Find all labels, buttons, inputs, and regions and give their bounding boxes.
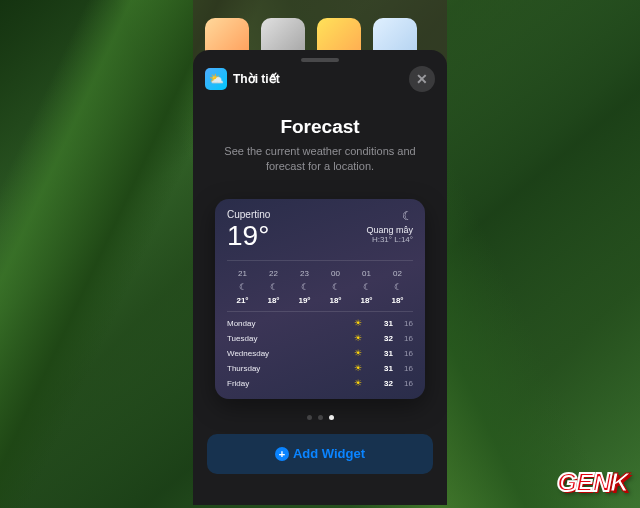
moon-icon: ☾ <box>289 282 320 292</box>
daily-low: 16 <box>393 334 413 343</box>
moon-icon: ☾ <box>258 282 289 292</box>
daily-low: 16 <box>393 319 413 328</box>
hourly-column: 21☾21° <box>227 269 258 305</box>
page-indicator[interactable] <box>193 415 447 420</box>
hourly-temp: 18° <box>258 296 289 305</box>
hourly-temp: 18° <box>320 296 351 305</box>
close-icon: ✕ <box>416 71 428 87</box>
daily-day: Monday <box>227 319 343 328</box>
hilo-label: H:31° L:14° <box>366 235 413 244</box>
app-name-label: Thời tiết <box>233 72 280 86</box>
moon-icon: ☾ <box>366 209 413 223</box>
widget-condition-block: ☾ Quang mây H:31° L:14° <box>366 209 413 244</box>
daily-forecast: Monday☀3116Tuesday☀3216Wednesday☀3116Thu… <box>227 311 413 391</box>
moon-icon: ☾ <box>320 282 351 292</box>
phone-screen: ☾☾☾ ⛅ Thời tiết ✕ Forecast See the curre… <box>193 0 447 505</box>
daily-high: 31 <box>373 349 393 358</box>
hourly-hour: 01 <box>351 269 382 278</box>
daily-high: 32 <box>373 334 393 343</box>
widget-subtitle: See the current weather conditions and f… <box>209 144 431 175</box>
moon-icon: ☾ <box>351 282 382 292</box>
daily-day: Friday <box>227 379 343 388</box>
title-block: Forecast See the current weather conditi… <box>193 90 447 185</box>
page-dot[interactable] <box>307 415 312 420</box>
sun-icon: ☀ <box>343 363 373 373</box>
hourly-temp: 18° <box>382 296 413 305</box>
daily-high: 31 <box>373 364 393 373</box>
weather-app-icon: ⛅ <box>205 68 227 90</box>
close-button[interactable]: ✕ <box>409 66 435 92</box>
hourly-temp: 19° <box>289 296 320 305</box>
hourly-column: 02☾18° <box>382 269 413 305</box>
page-dot[interactable] <box>318 415 323 420</box>
add-widget-button[interactable]: + Add Widget <box>207 434 433 474</box>
daily-row: Friday☀3216 <box>227 376 413 391</box>
sun-icon: ☀ <box>343 333 373 343</box>
hourly-column: 01☾18° <box>351 269 382 305</box>
daily-row: Tuesday☀3216 <box>227 331 413 346</box>
daily-row: Monday☀3116 <box>227 316 413 331</box>
page-dot[interactable] <box>329 415 334 420</box>
sun-icon: ☀ <box>343 318 373 328</box>
daily-row: Wednesday☀3116 <box>227 346 413 361</box>
hourly-column: 00☾18° <box>320 269 351 305</box>
hourly-hour: 22 <box>258 269 289 278</box>
daily-day: Tuesday <box>227 334 343 343</box>
watermark-logo: GENK <box>557 467 628 498</box>
daily-high: 31 <box>373 319 393 328</box>
hourly-forecast: 21☾21°22☾18°23☾19°00☾18°01☾18°02☾18° <box>227 260 413 311</box>
sheet-header: ⛅ Thời tiết ✕ <box>193 62 447 90</box>
add-widget-label: Add Widget <box>293 446 365 461</box>
daily-day: Wednesday <box>227 349 343 358</box>
daily-day: Thursday <box>227 364 343 373</box>
hourly-hour: 23 <box>289 269 320 278</box>
hourly-hour: 00 <box>320 269 351 278</box>
hourly-hour: 02 <box>382 269 413 278</box>
hourly-temp: 18° <box>351 296 382 305</box>
daily-row: Thursday☀3116 <box>227 361 413 376</box>
moon-icon: ☾ <box>382 282 413 292</box>
temperature-label: 19° <box>227 222 270 250</box>
hourly-hour: 21 <box>227 269 258 278</box>
hourly-column: 22☾18° <box>258 269 289 305</box>
widget-top-row: Cupertino 19° ☾ Quang mây H:31° L:14° <box>227 209 413 250</box>
hourly-temp: 21° <box>227 296 258 305</box>
daily-low: 16 <box>393 364 413 373</box>
sun-icon: ☀ <box>343 348 373 358</box>
hourly-column: 23☾19° <box>289 269 320 305</box>
location-label: Cupertino <box>227 209 270 220</box>
sun-icon: ☀ <box>343 378 373 388</box>
widget-location-block: Cupertino 19° <box>227 209 270 250</box>
widget-preview[interactable]: Cupertino 19° ☾ Quang mây H:31° L:14° 21… <box>215 199 425 399</box>
widget-picker-sheet: ⛅ Thời tiết ✕ Forecast See the current w… <box>193 50 447 505</box>
daily-low: 16 <box>393 379 413 388</box>
plus-icon: + <box>275 447 289 461</box>
daily-high: 32 <box>373 379 393 388</box>
widget-title: Forecast <box>209 116 431 138</box>
condition-label: Quang mây <box>366 225 413 235</box>
moon-icon: ☾ <box>227 282 258 292</box>
daily-low: 16 <box>393 349 413 358</box>
